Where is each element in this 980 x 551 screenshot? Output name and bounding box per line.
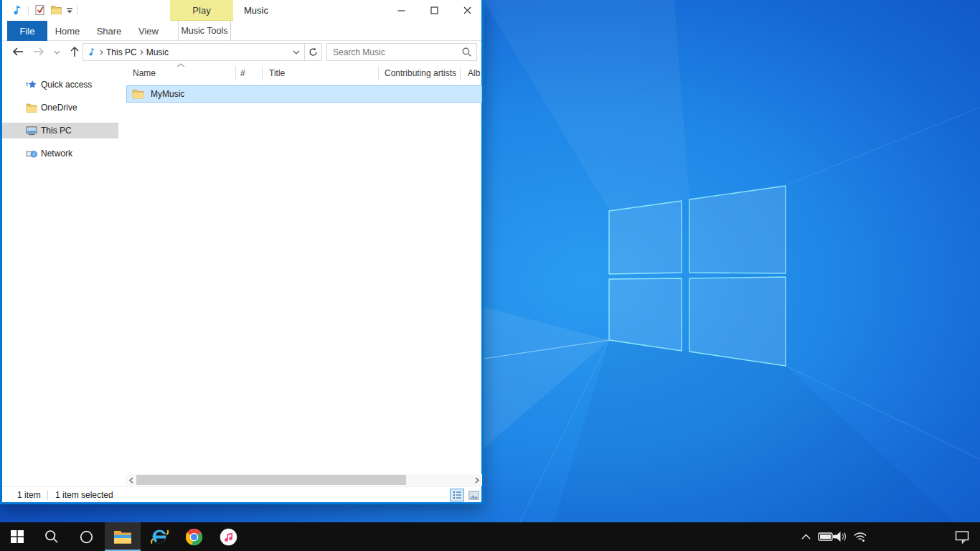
tab-home-label: Home: [55, 26, 80, 37]
properties-icon[interactable]: [34, 4, 46, 16]
taskbar-chrome-button[interactable]: [178, 522, 209, 551]
details-view-icon: [453, 491, 462, 499]
address-bar[interactable]: This PC Music: [83, 43, 322, 61]
minimize-icon: [397, 6, 405, 14]
refresh-icon[interactable]: [308, 47, 318, 57]
this-pc-icon: [26, 125, 37, 136]
qat-separator: [28, 6, 29, 15]
sidebar-item-label: OneDrive: [41, 103, 77, 113]
tab-share[interactable]: Share: [88, 21, 130, 41]
sort-ascending-icon: [176, 63, 185, 67]
back-arrow-icon[interactable]: [11, 45, 24, 58]
thumbnail-view-icon: [468, 491, 479, 500]
tab-music-tools-label: Music Tools: [181, 26, 227, 36]
forward-arrow-icon[interactable]: [32, 45, 45, 58]
play-group-label: Play: [192, 5, 210, 16]
close-icon: [463, 6, 471, 14]
tab-file[interactable]: File: [7, 21, 47, 41]
status-separator: [47, 490, 48, 500]
quick-access-star-icon: [26, 79, 37, 90]
breadcrumb-this-pc[interactable]: This PC: [103, 47, 140, 57]
column-header-contributing-artists[interactable]: Contributing artists: [385, 68, 456, 78]
cortana-button[interactable]: [70, 522, 102, 551]
up-arrow-icon[interactable]: [68, 45, 81, 58]
scrollbar-thumb[interactable]: [136, 475, 406, 485]
windows-flag-panes: [609, 186, 786, 366]
search-icon: [44, 529, 59, 544]
search-input[interactable]: [327, 47, 462, 57]
details-view-button[interactable]: [450, 489, 464, 501]
tab-view[interactable]: View: [129, 21, 168, 41]
maximize-icon: [430, 6, 438, 14]
sidebar-item-quick-access[interactable]: Quick access: [2, 77, 118, 93]
volume-tray-button[interactable]: [831, 522, 851, 551]
action-center-icon: [955, 530, 969, 544]
onedrive-folder-icon: [26, 102, 37, 113]
horizontal-scrollbar: [126, 474, 482, 486]
new-folder-icon[interactable]: [50, 4, 62, 16]
window-title: Music: [244, 5, 268, 16]
chevron-up-icon: [801, 534, 811, 540]
taskbar-search-button[interactable]: [36, 522, 67, 551]
tray-expand-button[interactable]: [796, 522, 815, 551]
taskbar-itunes-button[interactable]: [212, 522, 244, 551]
close-button[interactable]: [451, 0, 484, 21]
address-music-note-icon: [88, 47, 97, 57]
chevron-left-icon: [129, 477, 133, 484]
customize-quick-access-dropdown-icon[interactable]: [66, 7, 73, 14]
taskbar-file-explorer-button[interactable]: [105, 522, 141, 551]
ribbon-tab-row: File Home Share View Music Tools ?: [2, 21, 481, 41]
wifi-icon: [853, 531, 867, 542]
tab-file-label: File: [20, 26, 35, 37]
selection-count: 1 item selected: [55, 490, 113, 500]
folder-icon: [132, 88, 144, 100]
itunes-icon: [220, 528, 237, 546]
column-header-name[interactable]: Name: [133, 68, 156, 78]
sidebar-item-label: This PC: [41, 126, 72, 136]
action-center-button[interactable]: [944, 522, 980, 551]
column-header-title[interactable]: Title: [269, 68, 285, 78]
file-name: MyMusic: [151, 89, 184, 99]
search-box[interactable]: [326, 43, 477, 61]
breadcrumb-music[interactable]: Music: [143, 47, 171, 57]
sidebar-item-network[interactable]: Network: [2, 146, 118, 161]
column-divider[interactable]: [378, 66, 379, 80]
file-row-mymusic[interactable]: MyMusic: [126, 85, 482, 103]
taskbar: [0, 522, 980, 551]
start-button[interactable]: [1, 522, 33, 551]
file-explorer-icon: [113, 529, 132, 545]
sidebar-item-this-pc[interactable]: This PC: [2, 123, 118, 138]
window-music-note-icon[interactable]: [11, 4, 24, 17]
taskbar-internet-explorer-button[interactable]: [143, 522, 175, 551]
column-divider[interactable]: [262, 66, 263, 80]
internet-explorer-icon: [150, 527, 169, 546]
minimize-button[interactable]: [385, 0, 418, 21]
recent-locations-chevron-icon[interactable]: [54, 50, 60, 55]
column-header-number[interactable]: #: [240, 68, 245, 78]
search-icon[interactable]: [462, 47, 471, 57]
column-divider[interactable]: [235, 66, 236, 80]
chevron-right-icon: [475, 477, 479, 484]
windows-start-icon: [11, 530, 24, 543]
sidebar-item-onedrive[interactable]: OneDrive: [2, 100, 118, 116]
tab-view-label: View: [138, 26, 159, 37]
scroll-left-button[interactable]: [126, 474, 136, 486]
scroll-right-button[interactable]: [472, 474, 482, 486]
column-headers: Name # Title Contributing artists Alb: [121, 63, 481, 83]
column-divider[interactable]: [460, 66, 461, 80]
chrome-icon: [185, 528, 203, 546]
item-count: 1 item: [17, 490, 41, 500]
qat-separator: [77, 6, 77, 15]
wifi-tray-button[interactable]: [849, 522, 871, 551]
column-header-album[interactable]: Alb: [468, 68, 480, 78]
address-dropdown-chevron-icon[interactable]: [293, 50, 300, 55]
navigation-bar: This PC Music: [2, 41, 481, 63]
cortana-circle-icon: [80, 530, 93, 544]
ribbon-contextual-group-play[interactable]: Play: [170, 0, 233, 21]
thumbnail-view-button[interactable]: [466, 489, 481, 501]
tab-music-tools[interactable]: Music Tools: [178, 21, 231, 41]
speaker-icon: [834, 531, 848, 542]
explorer-window: Play Music File Home Share View Music To…: [0, 0, 484, 504]
maximize-button[interactable]: [418, 0, 451, 21]
tab-home[interactable]: Home: [47, 21, 88, 41]
